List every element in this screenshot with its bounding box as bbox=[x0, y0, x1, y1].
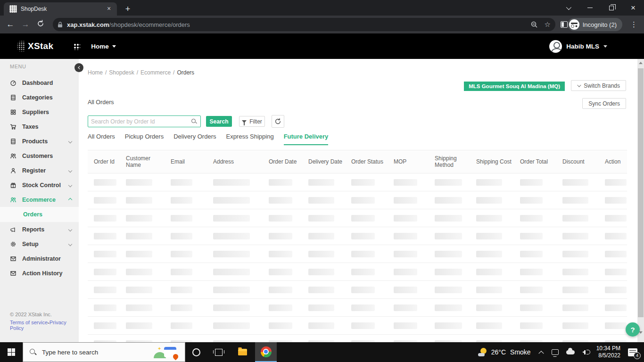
onedrive-icon[interactable] bbox=[566, 350, 575, 354]
skeleton-placeholder bbox=[308, 197, 334, 204]
categories-icon bbox=[10, 94, 17, 101]
task-view-button[interactable] bbox=[208, 342, 230, 362]
breadcrumb-home[interactable]: Home bbox=[88, 69, 103, 76]
table-cell bbox=[562, 197, 605, 204]
restore-button[interactable] bbox=[601, 0, 622, 16]
system-tray: 26°C Smoke 10:34 PM 8/5/2022 4 bbox=[478, 342, 644, 362]
tab-pickup-orders[interactable]: Pickup Orders bbox=[125, 133, 164, 145]
tab-all-orders[interactable]: All Orders bbox=[88, 133, 115, 145]
chrome-taskbar-button[interactable] bbox=[255, 342, 277, 362]
table-cell bbox=[171, 269, 213, 275]
table-cell bbox=[476, 269, 520, 275]
skeleton-placeholder bbox=[605, 251, 627, 257]
user-menu[interactable]: Habib MLS bbox=[549, 40, 607, 53]
main-content: Home/Shopdesk/Ecommerce/Orders MLS Gourm… bbox=[79, 59, 637, 342]
tab-close-icon[interactable]: × bbox=[105, 5, 113, 13]
tray-chevron-up-icon[interactable] bbox=[538, 351, 544, 356]
search-button[interactable]: Search bbox=[206, 116, 232, 127]
zoom-indicator-icon[interactable] bbox=[531, 21, 538, 28]
table-cell bbox=[308, 322, 351, 329]
app-launcher-icon[interactable] bbox=[73, 43, 80, 50]
sync-orders-button[interactable]: Sync Orders bbox=[582, 98, 626, 109]
close-button[interactable]: × bbox=[622, 0, 644, 16]
skeleton-placeholder bbox=[520, 304, 543, 311]
task-view-icon bbox=[215, 349, 223, 356]
cast-icon[interactable] bbox=[552, 349, 559, 355]
start-button[interactable] bbox=[0, 342, 23, 362]
browser-menu-icon[interactable]: ⋮ bbox=[630, 20, 637, 29]
sidebar-item-taxes[interactable]: Taxes bbox=[0, 119, 79, 134]
file-explorer-button[interactable] bbox=[231, 342, 253, 362]
back-icon[interactable]: ← bbox=[3, 20, 18, 29]
forward-icon[interactable]: → bbox=[18, 20, 33, 29]
skeleton-placeholder bbox=[394, 215, 417, 222]
sidebar-item-customers[interactable]: Customers bbox=[0, 148, 79, 163]
sidebar-item-dashboard[interactable]: Dashboard bbox=[0, 75, 79, 90]
weather-temp[interactable]: 26°C bbox=[491, 348, 506, 356]
weather-condition[interactable]: Smoke bbox=[510, 348, 531, 356]
xstak-logo[interactable]: XStak bbox=[17, 40, 53, 52]
new-tab-button[interactable]: + bbox=[122, 3, 134, 15]
page-scrollbar[interactable] bbox=[637, 59, 644, 342]
weather-moon-icon[interactable] bbox=[478, 348, 487, 356]
table-cell bbox=[269, 251, 308, 257]
tab-future-delivery[interactable]: Future Delivery bbox=[284, 133, 329, 145]
taskbar-clock[interactable]: 10:34 PM 8/5/2022 bbox=[596, 345, 620, 359]
sidebar-item-ecommerce[interactable]: Ecommerce bbox=[0, 192, 79, 207]
sidebar-item-products[interactable]: Products bbox=[0, 134, 79, 148]
breadcrumb-shopdesk[interactable]: Shopdesk bbox=[109, 69, 134, 76]
breadcrumb-ecommerce[interactable]: Ecommerce bbox=[140, 69, 171, 76]
sidebar-collapse-button[interactable] bbox=[74, 63, 83, 72]
switch-brands-button[interactable]: Switch Brands bbox=[571, 80, 626, 91]
tab-express-shipping[interactable]: Express Shipping bbox=[226, 133, 273, 145]
notification-center-button[interactable]: 4 bbox=[628, 348, 637, 356]
bookmark-star-icon[interactable]: ☆ bbox=[545, 20, 551, 29]
breadcrumb: Home/Shopdesk/Ecommerce/Orders bbox=[88, 69, 194, 76]
skeleton-placeholder bbox=[394, 269, 417, 275]
tab-delivery-orders[interactable]: Delivery Orders bbox=[173, 133, 216, 145]
nav-home-dropdown[interactable]: Home bbox=[91, 43, 116, 50]
filter-button[interactable]: Filter bbox=[239, 116, 265, 127]
tab-search-chevron-icon[interactable] bbox=[557, 0, 579, 16]
address-bar[interactable]: xap.xstak.com/shopdesk/ecommerce/orders … bbox=[53, 18, 555, 31]
taskbar-search[interactable]: Type here to search ✦ bbox=[23, 342, 185, 362]
incognito-badge[interactable]: Incognito (2) bbox=[568, 18, 622, 31]
sidebar-item-reports[interactable]: Reports bbox=[0, 222, 79, 237]
cortana-button[interactable] bbox=[185, 342, 207, 362]
table-cell bbox=[605, 197, 627, 204]
skeleton-placeholder bbox=[351, 233, 375, 239]
sidebar-item-register[interactable]: Register bbox=[0, 163, 79, 178]
skeleton-placeholder bbox=[126, 179, 152, 186]
browser-tab[interactable]: ShopDesk × bbox=[4, 2, 117, 16]
terms-link[interactable]: Terms of service bbox=[10, 320, 48, 325]
refresh-orders-button[interactable] bbox=[272, 115, 284, 128]
scrollbar-thumb[interactable] bbox=[638, 68, 644, 317]
volume-icon[interactable] bbox=[582, 349, 590, 355]
sidebar-item-setup[interactable]: Setup bbox=[0, 237, 79, 251]
table-cell bbox=[394, 179, 435, 186]
sidebar-subitem-orders[interactable]: Orders bbox=[0, 207, 79, 222]
table-cell bbox=[269, 322, 308, 329]
sidebar-item-suppliers[interactable]: Suppliers bbox=[0, 105, 79, 119]
table-cell bbox=[269, 304, 308, 311]
skeleton-placeholder bbox=[605, 215, 627, 222]
sidebar-item-stock-control[interactable]: Stock Control bbox=[0, 178, 79, 192]
side-panel-icon[interactable] bbox=[561, 21, 568, 28]
sidebar-item-action-history[interactable]: Action History bbox=[0, 266, 79, 280]
workspace: MENU Dashboard Categories Suppliers Tax bbox=[0, 59, 644, 342]
table-cell bbox=[94, 233, 126, 239]
skeleton-placeholder bbox=[94, 179, 116, 186]
skeleton-placeholder bbox=[520, 233, 543, 239]
sidebar-item-administrator[interactable]: Administrator bbox=[0, 251, 79, 266]
help-button[interactable]: ? bbox=[626, 322, 640, 337]
skeleton-placeholder bbox=[520, 322, 543, 329]
table-cell bbox=[351, 233, 394, 239]
table-cell bbox=[126, 251, 171, 257]
scroll-up-icon[interactable] bbox=[639, 62, 643, 64]
skeleton-placeholder bbox=[562, 233, 588, 239]
refresh-icon[interactable] bbox=[33, 20, 48, 30]
sidebar-item-categories[interactable]: Categories bbox=[0, 90, 79, 105]
minimize-button[interactable] bbox=[579, 0, 601, 16]
table-header-row: Order IdCustomer NameEmailAddressOrder D… bbox=[88, 150, 627, 173]
search-input[interactable] bbox=[91, 118, 191, 125]
